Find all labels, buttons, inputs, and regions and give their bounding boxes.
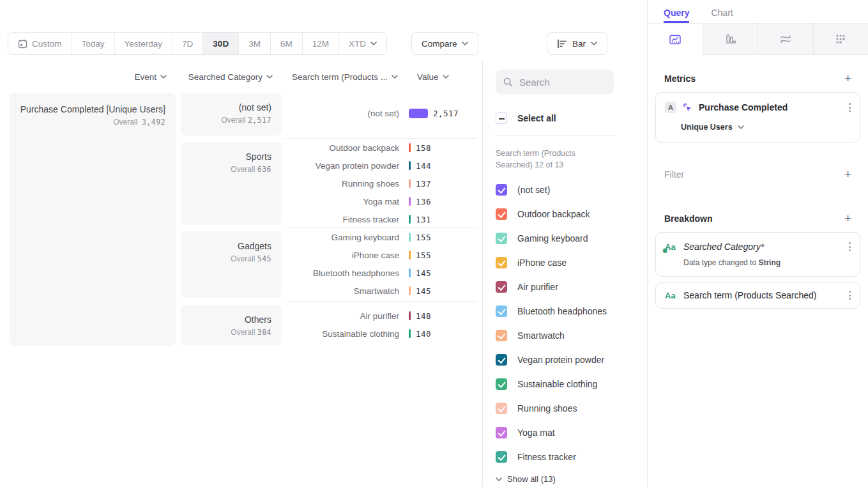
date-range-xtd[interactable]: XTD (339, 33, 386, 54)
legend-list-label: Search term (Products Searched) 12 of 13 (496, 148, 609, 171)
term-row[interactable]: Yoga mat 136 (286, 192, 477, 210)
term-value: 145 (416, 286, 431, 296)
table-body: Purchase Completed [Unique Users] Overal… (10, 93, 482, 346)
select-all-checkbox-indeterminate[interactable] (496, 112, 507, 124)
legend-item[interactable]: (not set) (496, 178, 647, 202)
category-overall: Overall 545 (191, 254, 271, 263)
term-row[interactable]: (not set) 2,517 (286, 104, 477, 122)
legend-item[interactable]: Outdoor backpack (496, 202, 647, 226)
add-metric-button[interactable]: + (844, 72, 851, 84)
report-toolbar: Custom Today Yesterday 7D 30D 3M 6M 12M … (8, 32, 647, 55)
legend-checkbox-checked[interactable] (496, 233, 507, 244)
event-overall: Overall 3,492 (20, 118, 165, 127)
legend-checkbox-checked[interactable] (496, 257, 507, 268)
legend-item[interactable]: Sustainable clothing (496, 372, 647, 396)
legend-item[interactable]: Vegan protein powder (496, 348, 647, 372)
date-range-label: Custom (32, 39, 62, 49)
date-range-today[interactable]: Today (72, 33, 115, 54)
column-header-search-term[interactable]: Search term (Products ... (292, 72, 398, 82)
tab-flows[interactable] (758, 24, 813, 55)
legend-checkbox-checked[interactable] (496, 208, 507, 220)
term-label: Outdoor backpack (286, 143, 409, 153)
add-filter-button[interactable]: + (844, 168, 851, 180)
term-row[interactable]: Air purifier 148 (286, 307, 477, 325)
legend-item[interactable]: Bluetooth headphones (496, 299, 647, 323)
kebab-menu-icon[interactable] (849, 291, 851, 300)
event-card[interactable]: Purchase Completed [Unique Users] Overal… (10, 93, 176, 346)
date-range-6m[interactable]: 6M (271, 33, 303, 54)
select-all-row[interactable]: Select all (496, 112, 647, 124)
term-row[interactable]: Smartwatch 145 (286, 282, 477, 300)
term-row[interactable]: Sustainable clothing 140 (286, 325, 477, 343)
legend-item[interactable]: iPhone case (496, 251, 647, 275)
breakdown-note: Data type changed to String (683, 258, 851, 267)
term-row[interactable]: Fitness tracker 131 (286, 210, 477, 228)
metric-card[interactable]: A Purchase Completed Unique Users (655, 92, 860, 143)
legend-item[interactable]: Running shoes (496, 396, 647, 421)
term-row[interactable]: Bluetooth headphones 145 (286, 264, 477, 282)
tab-retention[interactable] (813, 24, 868, 55)
legend-checkbox-checked[interactable] (496, 184, 507, 196)
term-row[interactable]: Outdoor backpack 158 (286, 139, 477, 157)
category-card[interactable]: Others Overall 384 (181, 305, 282, 345)
search-input[interactable]: Search (496, 70, 614, 95)
chevron-down-icon (370, 42, 377, 45)
legend-checkbox-checked[interactable] (496, 354, 507, 366)
date-range-yesterday[interactable]: Yesterday (115, 33, 173, 54)
date-range-custom[interactable]: Custom (8, 33, 72, 54)
column-header-category[interactable]: Searched Category (181, 72, 282, 82)
value-bar (409, 197, 411, 206)
term-label: Yoga mat (286, 197, 409, 206)
legend-checkbox-checked[interactable] (496, 451, 507, 463)
add-breakdown-button[interactable]: + (844, 212, 851, 224)
kebab-menu-icon[interactable] (849, 242, 851, 251)
category-card[interactable]: Gadgets Overall 545 (181, 231, 282, 298)
modified-asterisk: ✱ (662, 247, 667, 254)
kebab-menu-icon[interactable] (849, 103, 851, 112)
group-sports: Sports Overall 636 Outdoor backpack 158 (181, 139, 482, 228)
compare-button[interactable]: Compare (411, 32, 479, 55)
search-placeholder: Search (519, 77, 550, 88)
legend-checkbox-checked[interactable] (496, 378, 507, 390)
term-row[interactable]: Gaming keyboard 155 (286, 228, 477, 246)
category-card[interactable]: Sports Overall 636 (181, 142, 282, 225)
term-row[interactable]: Vegan protein powder 144 (286, 157, 477, 174)
tab-chart[interactable]: Chart (711, 8, 733, 23)
legend-item-label: (not set) (517, 185, 550, 195)
tab-insights[interactable] (648, 24, 703, 55)
term-row[interactable]: iPhone case 155 (286, 246, 477, 264)
legend-checkbox-checked[interactable] (496, 305, 507, 317)
legend-item-label: Air purifier (517, 282, 558, 292)
chart-type-selector[interactable]: Bar (547, 32, 607, 55)
show-all-toggle[interactable]: Show all (13) (496, 474, 647, 484)
measure-selector[interactable]: Unique Users (681, 123, 851, 132)
filter-title: Filter (664, 169, 684, 180)
term-label: Sustainable clothing (286, 329, 409, 339)
category-overall: Overall 2,517 (191, 116, 271, 125)
date-range-7d[interactable]: 7D (172, 33, 203, 54)
tab-funnels[interactable] (703, 24, 758, 55)
term-rows: Air purifier 148 Sustainable clothing 14… (286, 302, 477, 345)
date-range-30d-selected[interactable]: 30D (203, 33, 239, 54)
breakdown-card-search-term[interactable]: Aa Search term (Products Searched) (655, 282, 860, 309)
term-value: 155 (416, 233, 431, 242)
date-range-12m[interactable]: 12M (303, 33, 339, 54)
legend-checkbox-checked[interactable] (496, 403, 507, 414)
legend-item[interactable]: Fitness tracker (496, 445, 647, 469)
event-overall-value: 3,492 (142, 118, 165, 127)
column-header-event[interactable]: Event (10, 72, 176, 82)
term-row[interactable]: Running shoes 137 (286, 174, 477, 192)
breakdown-card-searched-category[interactable]: Aa✱ Searched Category* Data type changed… (655, 232, 860, 277)
column-header-value[interactable]: Value (417, 72, 449, 82)
term-value: 131 (416, 215, 431, 224)
tab-query[interactable]: Query (664, 8, 689, 23)
legend-item[interactable]: Air purifier (496, 275, 647, 299)
legend-checkbox-checked[interactable] (496, 281, 507, 293)
category-card[interactable]: (not set) Overall 2,517 (181, 93, 282, 135)
legend-checkbox-checked[interactable] (496, 330, 507, 341)
legend-item[interactable]: Smartwatch (496, 323, 647, 348)
date-range-3m[interactable]: 3M (239, 33, 271, 54)
legend-item[interactable]: Yoga mat (496, 421, 647, 445)
legend-checkbox-checked[interactable] (496, 427, 507, 438)
legend-item[interactable]: Gaming keyboard (496, 226, 647, 251)
